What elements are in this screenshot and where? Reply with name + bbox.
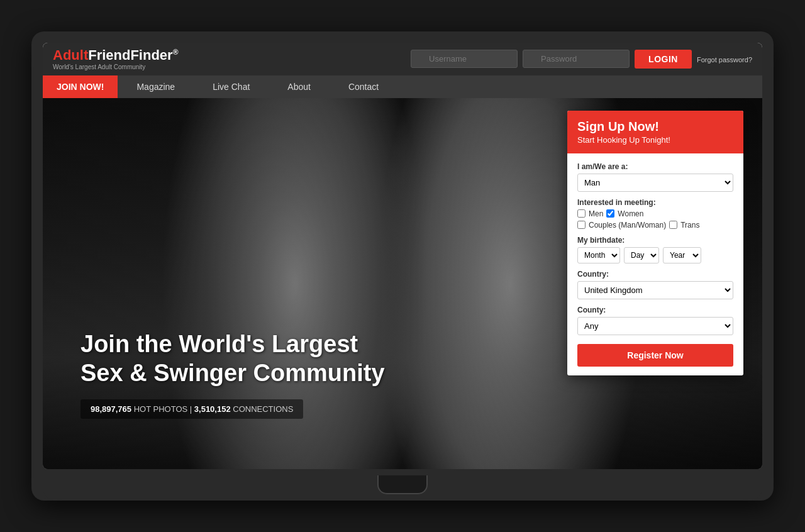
day-select[interactable]: Day 123: [624, 247, 659, 263]
country-label: Country:: [577, 270, 733, 279]
logo-area: AdultFriendFinder® World's Largest Adult…: [53, 48, 179, 70]
username-wrapper: 👤: [411, 50, 518, 68]
trans-checkbox[interactable]: [669, 221, 677, 229]
women-checkbox[interactable]: [606, 209, 614, 218]
iam-select[interactable]: Man Woman Couple Trans: [577, 174, 733, 192]
photos-label: HOT PHOTOS: [134, 404, 187, 414]
hero-stats: 98,897,765 HOT PHOTOS | 3,510,152 CONNEC…: [80, 399, 303, 419]
password-input[interactable]: [523, 50, 630, 68]
logo-friend: FriendFinder: [88, 47, 172, 63]
interested-men-row: Men Women: [577, 209, 733, 218]
iam-label: I am/We are a:: [577, 162, 733, 171]
connections-label: CONNECTIONS: [233, 404, 293, 414]
logo-reg: ®: [173, 47, 179, 56]
stats-separator: |: [190, 404, 194, 414]
county-select[interactable]: Any London Manchester: [577, 317, 733, 335]
password-wrapper: 🔒: [523, 50, 630, 68]
header-inputs-row: 👤 🔒 LOGIN: [411, 50, 692, 69]
laptop-frame: AdultFriendFinder® World's Largest Adult…: [31, 31, 774, 500]
interested-label: Interested in meeting:: [577, 198, 733, 207]
month-select[interactable]: Month JanFebMar AprMayJun JulAugSep OctN…: [577, 247, 620, 263]
photos-count: 98,897,765: [91, 404, 131, 414]
join-now-button[interactable]: JOIN NOW!: [43, 75, 118, 98]
logo: AdultFriendFinder®: [53, 48, 179, 62]
county-label: County:: [577, 306, 733, 314]
logo-tagline: World's Largest Adult Community: [53, 64, 179, 70]
birthdate-row: Month JanFebMar AprMayJun JulAugSep OctN…: [577, 247, 733, 263]
signup-panel: Sign Up Now! Start Hooking Up Tonight! I…: [567, 111, 743, 375]
interested-couples-row: Couples (Man/Woman) Trans: [577, 221, 733, 230]
browser-content: AdultFriendFinder® World's Largest Adult…: [43, 43, 762, 468]
men-label: Men: [589, 209, 603, 218]
signup-subtitle: Start Hooking Up Tonight!: [577, 135, 733, 145]
laptop-bottom: [43, 469, 762, 501]
couples-checkbox[interactable]: [577, 221, 586, 229]
signup-header: Sign Up Now! Start Hooking Up Tonight!: [567, 111, 743, 153]
signup-title: Sign Up Now!: [577, 119, 733, 134]
nav-about[interactable]: About: [269, 75, 330, 98]
site-header: AdultFriendFinder® World's Largest Adult…: [43, 43, 762, 75]
logo-adult: Adult: [53, 47, 88, 63]
signup-body: I am/We are a: Man Woman Couple Trans In…: [567, 153, 743, 375]
hero-headline: Join the World's Largest Sex & Swinger C…: [80, 330, 395, 387]
laptop-screen: AdultFriendFinder® World's Largest Adult…: [43, 43, 762, 468]
laptop-notch: [377, 475, 428, 494]
couples-label: Couples (Man/Woman): [589, 221, 666, 230]
hero-section: Join the World's Largest Sex & Swinger C…: [43, 98, 762, 469]
site-nav: JOIN NOW! Magazine Live Chat About Conta…: [43, 75, 762, 98]
nav-live-chat[interactable]: Live Chat: [194, 75, 269, 98]
women-label: Women: [618, 209, 643, 218]
interested-group: Men Women Couples (Man/Woman) Trans: [577, 209, 733, 230]
men-checkbox[interactable]: [577, 209, 586, 218]
year-select[interactable]: Year 200019901980: [663, 247, 701, 263]
trans-label: Trans: [680, 221, 699, 230]
header-right: 👤 🔒 LOGIN Forgot password?: [411, 50, 752, 69]
nav-magazine[interactable]: Magazine: [118, 75, 194, 98]
username-input[interactable]: [411, 50, 518, 68]
birthdate-label: My birthdate:: [577, 236, 733, 245]
forgot-password-link[interactable]: Forgot password?: [697, 56, 752, 64]
register-button[interactable]: Register Now: [577, 344, 733, 367]
country-select[interactable]: United Kingdom United States Canada Aust…: [577, 281, 733, 299]
hero-text: Join the World's Largest Sex & Swinger C…: [80, 330, 395, 418]
nav-contact[interactable]: Contact: [330, 75, 397, 98]
connections-count: 3,510,152: [194, 404, 231, 414]
login-button[interactable]: LOGIN: [635, 50, 692, 69]
